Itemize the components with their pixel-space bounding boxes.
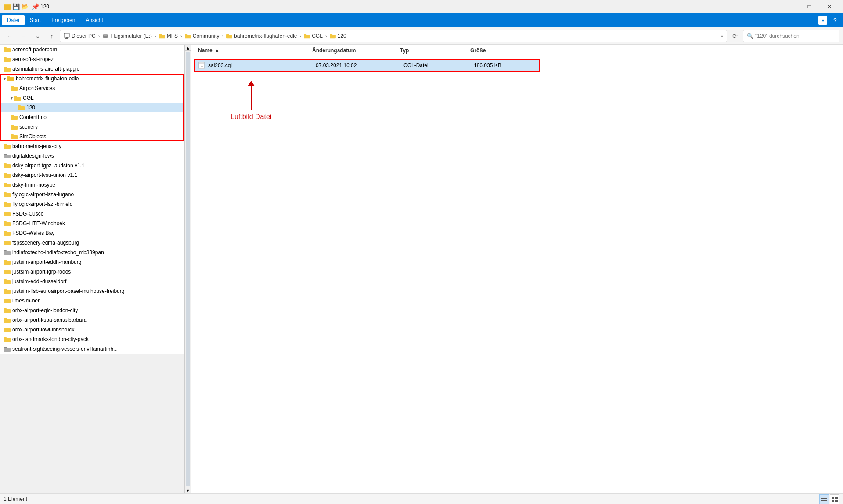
sidebar-item-flylogic-lugano[interactable]: flylogic-airport-lsza-lugano — [0, 190, 184, 199]
path-part-3: bahrometrix-flughafen-edle — [234, 33, 297, 39]
sidebar-item-dsky-fmnn[interactable]: dsky-fmnn-nosybe — [0, 180, 184, 190]
large-icon-view-btn[interactable] — [830, 494, 839, 504]
refresh-button[interactable]: ⟳ — [729, 30, 741, 42]
file-list: CGL sai203.cgl 07.03.2021 16:02 CGL-Date… — [191, 56, 843, 493]
folder-icon-1 — [185, 33, 191, 39]
svg-rect-26 — [7, 77, 14, 81]
title-bar-controls: – □ ✕ — [779, 0, 839, 13]
file-size: 186.035 KB — [474, 62, 535, 68]
sidebar-scrollbar-thumb — [186, 52, 190, 486]
sidebar: aerosoft-paderborn aerosoft-st-tropez at… — [0, 45, 184, 354]
sidebar-scroll-up[interactable]: ▴ — [185, 45, 191, 51]
back-button[interactable]: ← — [4, 30, 16, 42]
sidebar-item-orbx-eglc[interactable]: orbx-airport-eglc-london-city — [0, 306, 184, 315]
file-date: 07.03.2021 16:02 — [316, 62, 403, 68]
col-header-type[interactable]: Typ — [400, 47, 470, 54]
details-view-btn[interactable] — [819, 494, 829, 504]
title-bar-icons: 💾 📂 — [4, 3, 28, 10]
folder-quick-access: 📂 — [21, 3, 28, 10]
sidebar-item-AirportServices[interactable]: AirportServices — [0, 83, 184, 93]
sidebar-item-ContentInfo[interactable]: ContentInfo — [0, 112, 184, 122]
sidebar-item-CGL[interactable]: ▾ CGL — [0, 93, 184, 103]
col-header-date[interactable]: Änderungsdatum — [312, 47, 400, 54]
sidebar-item-dsky-tvsu[interactable]: dsky-airport-tvsu-union v1.1 — [0, 170, 184, 180]
svg-rect-68 — [4, 280, 11, 284]
svg-rect-5 — [65, 38, 68, 39]
svg-rect-74 — [4, 309, 11, 313]
close-button[interactable]: ✕ — [819, 0, 839, 13]
search-bar[interactable]: 🔍 — [743, 30, 839, 42]
main-layout: ▴ ▾ aerosoft-paderborn aerosoft-st-trope… — [0, 45, 843, 493]
svg-point-8 — [103, 34, 108, 36]
menu-datei[interactable]: Datei — [2, 15, 25, 25]
title-bar: 💾 📂 📌 120 – □ ✕ — [0, 0, 843, 13]
svg-rect-78 — [4, 328, 11, 332]
sidebar-item-flylogic-birrfeld[interactable]: flylogic-airport-lszf-birrfeld — [0, 199, 184, 209]
sidebar-item-atsimulations-aircraft-piaggio[interactable]: atsimulations-aircraft-piaggio — [0, 64, 184, 74]
up-button[interactable]: ↑ — [46, 30, 58, 42]
svg-rect-80 — [4, 338, 11, 342]
svg-rect-28 — [11, 87, 18, 91]
menu-start[interactable]: Start — [25, 15, 46, 25]
folder-icon-3 — [304, 33, 310, 39]
svg-rect-56 — [4, 222, 11, 226]
sidebar-item-120[interactable]: 120 — [0, 103, 184, 112]
forward-button[interactable]: → — [18, 30, 30, 42]
view-icons — [819, 494, 839, 504]
svg-rect-20 — [4, 48, 11, 52]
column-headers: Name ▴ Änderungsdatum Typ Größe — [191, 45, 843, 56]
svg-text:CGL: CGL — [200, 65, 204, 68]
menu-ansicht[interactable]: Ansicht — [80, 15, 108, 25]
sidebar-item-justsim-lfsb[interactable]: justsim-lfsb-euroairport-basel-mulhouse-… — [0, 286, 184, 296]
sidebar-item-digitaldesign-lows[interactable]: digitaldesign-lows — [0, 151, 184, 161]
search-input[interactable] — [755, 33, 836, 39]
sidebar-scroll-down[interactable]: ▾ — [185, 487, 191, 493]
sidebar-item-FSDG-LITE-Windhoek[interactable]: FSDG-LITE-Windhoek — [0, 219, 184, 228]
sidebar-item-aerosoft-paderborn[interactable]: aerosoft-paderborn — [0, 45, 184, 54]
address-dropdown-icon[interactable]: ▾ — [721, 34, 723, 39]
sidebar-item-justsim-eddl[interactable]: justsim-eddl-dusseldorf — [0, 277, 184, 286]
minimize-button[interactable]: – — [779, 0, 799, 13]
address-bar[interactable]: Dieser PC › Flugsimulator (E:) › MFS › C… — [60, 30, 727, 42]
sidebar-item-FSDG-Walvis-Bay[interactable]: FSDG-Walvis Bay — [0, 228, 184, 238]
sidebar-item-aerosoft-st-tropez[interactable]: aerosoft-st-tropez — [0, 54, 184, 64]
sidebar-item-scenery[interactable]: scenery — [0, 122, 184, 132]
content-area: Name ▴ Änderungsdatum Typ Größe CGL sai2… — [191, 45, 843, 493]
red-box-group: ▾ bahrometrix-flughafen-edle AirportServ… — [0, 74, 184, 141]
sidebar-item-bahrometrix-flughafen-edle[interactable]: ▾ bahrometrix-flughafen-edle — [0, 74, 184, 83]
file-item-sai203[interactable]: CGL sai203.cgl 07.03.2021 16:02 CGL-Date… — [195, 60, 539, 71]
svg-rect-12 — [185, 35, 191, 38]
svg-rect-88 — [821, 500, 827, 501]
sidebar-item-orbx-ksba[interactable]: orbx-airport-ksba-santa-barbara — [0, 315, 184, 325]
help-button[interactable]: ? — [829, 14, 841, 26]
file-item-container: CGL sai203.cgl 07.03.2021 16:02 CGL-Date… — [195, 60, 539, 71]
sidebar-item-indiafoxtecho[interactable]: indiafoxtecho-indiafoxtecho_mb339pan — [0, 248, 184, 257]
sidebar-item-dsky-tgpz[interactable]: dsky-airport-tgpz-lauriston v1.1 — [0, 161, 184, 170]
sidebar-item-seafront[interactable]: seafront-sightseeing-vessels-envillamart… — [0, 344, 184, 354]
sidebar-item-fspsscenery-augsburg[interactable]: fspsscenery-edma-augsburg — [0, 238, 184, 248]
svg-rect-89 — [832, 497, 834, 499]
sidebar-item-bahrometrix-jena-city[interactable]: bahrometrix-jena-city — [0, 141, 184, 151]
menu-freigeben[interactable]: Freigeben — [46, 15, 80, 25]
sidebar-item-orbx-landmarks[interactable]: orbx-landmarks-london-city-pack — [0, 335, 184, 344]
svg-rect-58 — [4, 232, 11, 236]
col-header-name[interactable]: Name ▴ — [198, 47, 312, 54]
sidebar-item-SimObjects[interactable]: SimObjects — [0, 132, 184, 141]
svg-rect-62 — [4, 251, 11, 255]
sidebar-item-justsim-eddh[interactable]: justsim-airport-eddh-hamburg — [0, 257, 184, 267]
svg-rect-70 — [4, 290, 11, 294]
expand-ribbon-btn[interactable]: ▾ — [818, 16, 827, 25]
sidebar-item-orbx-lowi[interactable]: orbx-airport-lowi-innsbruck — [0, 325, 184, 335]
sidebar-item-FSDG-Cusco[interactable]: FSDG-Cusco — [0, 209, 184, 219]
recent-button[interactable]: ⌄ — [32, 30, 44, 42]
svg-rect-54 — [4, 212, 11, 216]
svg-rect-44 — [4, 164, 11, 168]
svg-rect-3 — [64, 33, 69, 37]
svg-rect-66 — [4, 270, 11, 274]
col-header-size[interactable]: Größe — [470, 47, 532, 54]
sidebar-item-limesim-ber[interactable]: limesim-ber — [0, 296, 184, 306]
app-icon — [4, 3, 11, 10]
sidebar-item-justsim-lgrp[interactable]: justsim-airport-lgrp-rodos — [0, 267, 184, 277]
maximize-button[interactable]: □ — [799, 0, 819, 13]
file-name: sai203.cgl — [208, 62, 316, 68]
